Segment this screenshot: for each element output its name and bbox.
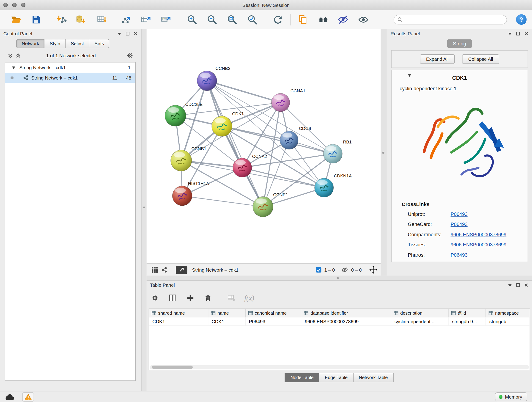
table-cell[interactable]: CDK1 <box>208 317 246 326</box>
grid-icon <box>151 266 158 273</box>
open-session-button[interactable] <box>9 13 22 26</box>
show-graphics-details-button[interactable] <box>357 13 369 26</box>
panel-menu-button[interactable] <box>117 31 122 36</box>
panel-float-button[interactable] <box>125 31 130 36</box>
panel-float-button[interactable] <box>516 31 520 36</box>
table-options-button[interactable] <box>150 293 160 303</box>
help-button[interactable]: ? <box>516 14 526 25</box>
genecard-link[interactable]: P06493 <box>451 222 468 227</box>
network-row[interactable]: String Network – cdk1 11 48 <box>5 73 135 83</box>
zoom-out-button[interactable] <box>206 13 218 26</box>
panel-close-button[interactable] <box>524 283 529 288</box>
horizontal-splitter-handle[interactable] <box>336 277 339 279</box>
left-splitter[interactable] <box>142 29 146 391</box>
tab-network[interactable]: Network <box>16 39 44 48</box>
panel-float-button[interactable] <box>516 283 520 288</box>
zoom-in-button[interactable] <box>186 13 198 26</box>
panel-close-button[interactable] <box>524 31 529 36</box>
detach-view-button[interactable] <box>176 266 187 274</box>
table-cell[interactable]: cyclin-dependent ... <box>391 317 449 326</box>
horizontal-splitter[interactable] <box>147 275 532 280</box>
import-network-file-button[interactable] <box>56 13 68 26</box>
pharos-link[interactable]: P06493 <box>451 252 468 258</box>
hide-graphics-details-button[interactable] <box>337 13 349 26</box>
clone-document-icon <box>298 14 308 25</box>
network-list-button[interactable] <box>159 265 169 274</box>
chevron-down-icon <box>117 31 122 36</box>
control-panel-tabs: Network Style Select Sets <box>16 39 109 48</box>
table-cell[interactable]: stringdb <box>486 317 530 326</box>
column-header-database-identifier[interactable]: database identifier <box>301 309 391 317</box>
cloud-status-button[interactable] <box>5 393 15 401</box>
tab-sets[interactable]: Sets <box>89 39 109 48</box>
collapse-all-button[interactable]: Collapse All <box>462 54 499 64</box>
main-toolbar: ? <box>0 10 532 29</box>
table-cell[interactable]: 9606.ENSP00000378699 <box>301 317 391 326</box>
function-builder-button-disabled: f(x) <box>244 294 254 302</box>
tab-style[interactable]: Style <box>44 39 65 48</box>
horizontal-scrollbar[interactable] <box>150 365 529 369</box>
network-graph[interactable]: CCNB2CCNA1CDC25BCDK1CDC6RB1CCNB1CCNA2CDK… <box>147 29 381 263</box>
network-options-button[interactable] <box>127 52 133 59</box>
column-header-canonical-name[interactable]: canonical name <box>245 309 301 317</box>
network-tree: String Network – cdk1 1 String Network –… <box>5 62 136 381</box>
pan-crosshair-button[interactable] <box>369 266 377 274</box>
zoom-selected-button[interactable] <box>246 13 259 26</box>
column-header-name[interactable]: name <box>208 309 246 317</box>
overview-button[interactable] <box>317 13 329 26</box>
tab-edge-table[interactable]: Edge Table <box>319 373 353 382</box>
zoom-fit-button[interactable] <box>226 13 238 26</box>
tissues-link[interactable]: 9606.ENSP00000378699 <box>451 242 507 248</box>
export-image-button[interactable] <box>160 13 172 26</box>
network-collection-row[interactable]: String Network – cdk1 1 <box>5 62 135 72</box>
column-label: database identifier <box>310 310 348 315</box>
right-splitter-handle[interactable] <box>382 151 384 153</box>
left-splitter-handle[interactable] <box>143 206 145 208</box>
search-input[interactable] <box>405 16 507 24</box>
column-header-namespace[interactable]: namespace <box>486 309 530 317</box>
uniprot-link[interactable]: P06493 <box>451 211 468 217</box>
import-table-file-button[interactable] <box>96 13 108 26</box>
table-cell[interactable]: CDK1 <box>149 317 208 326</box>
tab-select[interactable]: Select <box>65 39 89 48</box>
tab-string[interactable]: String <box>447 39 472 48</box>
memory-button[interactable]: Memory <box>495 392 527 401</box>
save-session-button[interactable] <box>30 13 42 26</box>
show-columns-button[interactable] <box>168 293 178 303</box>
column-type-icon <box>451 311 456 315</box>
export-network-button[interactable] <box>120 13 132 26</box>
panel-menu-button[interactable] <box>507 31 512 36</box>
table-row[interactable]: CDK1 CDK1 P06493 9606.ENSP00000378699 cy… <box>149 317 530 326</box>
grid-view-button[interactable] <box>150 265 159 274</box>
expand-all-button[interactable]: Expand All <box>420 54 455 64</box>
crosshair-move-icon <box>369 266 377 274</box>
protein-structure-image <box>415 94 504 196</box>
warnings-button[interactable] <box>22 392 34 402</box>
plus-icon <box>186 294 195 302</box>
update-network-button[interactable] <box>272 13 284 26</box>
column-header-description[interactable]: description <box>391 309 449 317</box>
column-header-id[interactable]: @id <box>449 309 486 317</box>
node-label-CDC25B: CDC25B <box>185 102 203 107</box>
tab-node-table[interactable]: Node Table <box>285 373 319 382</box>
column-header-shared-name[interactable]: shared name <box>149 309 208 317</box>
panel-menu-button[interactable] <box>507 283 512 288</box>
disclosure-triangle-icon[interactable] <box>12 66 15 69</box>
export-table-button[interactable] <box>140 13 152 26</box>
arrow-up-right-icon <box>179 267 184 272</box>
crosslink-row: Compartments: 9606.ENSP00000378699 <box>392 230 528 240</box>
crosslink-label: Uniprot: <box>408 211 451 217</box>
scrollbar-thumb[interactable] <box>152 366 193 369</box>
delete-column-button[interactable] <box>203 293 213 303</box>
tab-network-table[interactable]: Network Table <box>353 373 394 382</box>
create-column-button[interactable] <box>185 293 196 303</box>
table-cell[interactable]: P06493 <box>245 317 301 326</box>
clone-network-button[interactable] <box>297 13 309 26</box>
table-cell[interactable]: stringdb:9... <box>449 317 486 326</box>
close-icon <box>524 31 529 36</box>
selected-checkbox-icon[interactable] <box>316 267 322 273</box>
compartments-link[interactable]: 9606.ENSP00000378699 <box>451 232 507 237</box>
import-network-database-button[interactable] <box>75 13 87 26</box>
hidden-eye-slash-icon[interactable] <box>341 266 348 273</box>
panel-close-button[interactable] <box>133 31 138 36</box>
